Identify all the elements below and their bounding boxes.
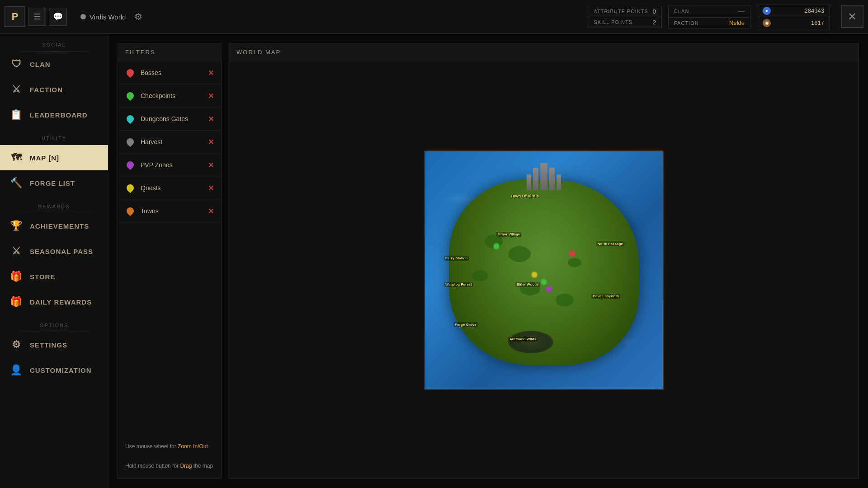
currency2-amount: 1617 (811, 19, 824, 26)
sidebar-item-map[interactable]: 🗺 MAP [N] (0, 145, 108, 170)
quests-close-icon[interactable]: ✕ (208, 184, 214, 192)
settings-icon: ⚙ (9, 338, 24, 352)
pvp-pin-icon (125, 160, 135, 170)
attribute-points-value: 0 (653, 8, 656, 15)
customization-label: CUSTOMIZATION (30, 366, 92, 374)
map-icon: 🗺 (9, 150, 24, 165)
sidebar-item-forge[interactable]: 🔨 FORGE LIST (0, 170, 108, 196)
sidebar-item-achievements[interactable]: 🏆 ACHIEVEMENTS (0, 213, 108, 239)
store-label: STORE (30, 273, 55, 281)
map-pin-checkpoint2[interactable] (541, 279, 547, 285)
ferry-station-label: Ferry Station (444, 256, 469, 261)
harvest-close-icon[interactable]: ✕ (208, 138, 214, 146)
sidebar-item-customization[interactable]: 👤 CUSTOMIZATION (0, 357, 108, 383)
cave-labyrinth-label: Cave Labyrinth (591, 294, 620, 299)
store-icon: 🎁 (9, 269, 24, 284)
rewards-section-label: REWARDS (0, 196, 108, 213)
settings-gear-icon[interactable]: ⚙ (130, 9, 146, 25)
clan-label: CLAN (674, 9, 733, 14)
currency2-row: ◉ 1617 (757, 17, 830, 29)
world-name: Virdis World (90, 13, 126, 21)
utility-section-label: UTILITY (0, 127, 108, 145)
filter-bosses[interactable]: Bosses ✕ (118, 61, 221, 84)
towns-pin-icon (125, 206, 135, 216)
sidebar-item-seasonal[interactable]: ⚔ SEASONAL PASS (0, 239, 108, 264)
leaderboard-label: LEADERBOARD (30, 111, 88, 119)
filter-dungeons[interactable]: Dungeons Gates ✕ (118, 108, 221, 131)
clan-row: CLAN — (669, 5, 750, 18)
harvest-label: Harvest (141, 138, 203, 145)
daily-icon: 🎁 (9, 295, 24, 309)
map-pin-pvp1[interactable] (546, 286, 552, 292)
currency1-icon: ● (763, 7, 771, 15)
checkpoints-close-icon[interactable]: ✕ (208, 92, 214, 100)
faction-icon: ⚔ (9, 82, 24, 97)
pvp-close-icon[interactable]: ✕ (208, 161, 214, 169)
options-section-label: OPTIONS (0, 314, 108, 332)
sidebar-item-daily[interactable]: 🎁 DAILY REWARDS (0, 289, 108, 314)
daily-label: DAILY REWARDS (30, 298, 92, 306)
bosses-label: Bosses (141, 69, 203, 76)
hint2-end: the map (192, 463, 213, 469)
towns-close-icon[interactable]: ✕ (208, 207, 214, 216)
map-container[interactable]: Town Of Virdis Elder Woods Antfound Wild… (229, 61, 859, 479)
tower-center (540, 163, 547, 190)
bosses-close-icon[interactable]: ✕ (208, 69, 214, 77)
map-pin-boss1[interactable] (570, 251, 575, 256)
north-passage-label: North Passage (596, 241, 624, 246)
filter-checkpoints[interactable]: Checkpoints ✕ (118, 84, 221, 108)
pvp-label: PVP Zones (141, 161, 203, 169)
top-bar: P ☰ 💬 Virdis World ⚙ ATTRIBUTE POINTS 0 … (0, 0, 868, 34)
forge-grove-label: Forge Grove (453, 322, 478, 327)
town-virdis-label: Town Of Virdis (510, 194, 539, 198)
filter-pvp[interactable]: PVP Zones ✕ (118, 154, 221, 177)
seasonal-icon: ⚔ (9, 244, 24, 258)
customization-icon: 👤 (9, 363, 24, 377)
hint1-text: Use mouse wheel for (125, 443, 178, 450)
forest5 (568, 258, 581, 267)
skill-points-label: SKILL POINTS (594, 19, 648, 25)
world-status-dot (80, 14, 86, 19)
filter-towns[interactable]: Towns ✕ (118, 200, 221, 223)
map-image[interactable]: Town Of Virdis Elder Woods Antfound Wild… (424, 150, 664, 390)
main-layout: SOCIAL 🛡 CLAN ⚔ FACTION 📋 LEADERBOARD UT… (0, 34, 868, 488)
clan-label: CLAN (30, 61, 51, 68)
sidebar-item-settings[interactable]: ⚙ SETTINGS (0, 332, 108, 357)
dungeons-pin-icon (125, 114, 135, 124)
map-pin-checkpoint1[interactable] (494, 244, 499, 249)
close-icon: ✕ (848, 10, 857, 23)
map-label: MAP [N] (30, 154, 59, 162)
close-button[interactable]: ✕ (841, 5, 863, 28)
sidebar-item-clan[interactable]: 🛡 CLAN (0, 52, 108, 77)
faction-label: FACTION (30, 86, 63, 94)
antfound-wilds-label: Antfound Wilds (508, 337, 538, 342)
sidebar-item-leaderboard[interactable]: 📋 LEADERBOARD (0, 102, 108, 127)
tower-center-right (549, 168, 555, 190)
sidebar-item-faction[interactable]: ⚔ FACTION (0, 77, 108, 102)
hint2-text: Hold mouse button for (125, 463, 180, 469)
bosses-pin-icon (125, 68, 135, 78)
map-pin-quest1[interactable] (532, 272, 537, 277)
chat-icon[interactable]: 💬 (49, 8, 67, 26)
stat-group-points: ATTRIBUTE POINTS 0 SKILL POINTS 2 (588, 6, 662, 28)
clan-icon: 🛡 (9, 57, 24, 71)
content-area: FILTERS Bosses ✕ Checkpoints ✕ Dung (108, 34, 868, 488)
tower-left (527, 174, 531, 190)
sidebar-item-store[interactable]: 🎁 STORE (0, 264, 108, 289)
settings-label: SETTINGS (30, 341, 67, 349)
elder-woods-label: Elder Woods (515, 282, 540, 287)
forge-label: FORGE LIST (30, 179, 75, 187)
filter-quests[interactable]: Quests ✕ (118, 177, 221, 200)
zoom-highlight: Zoom In/Out (178, 443, 208, 450)
quests-label: Quests (141, 184, 203, 192)
world-indicator: Virdis World (80, 13, 126, 21)
dungeons-close-icon[interactable]: ✕ (208, 115, 214, 123)
checkpoints-label: Checkpoints (141, 92, 203, 99)
mountains (508, 331, 553, 353)
filter-harvest[interactable]: Harvest ✕ (118, 131, 221, 154)
attribute-points-label: ATTRIBUTE POINTS (594, 9, 648, 14)
drag-highlight: Drag (180, 463, 192, 469)
skill-points-row: SKILL POINTS 2 (588, 17, 661, 28)
menu-icon[interactable]: ☰ (28, 8, 46, 26)
clan-faction-group: CLAN — FACTION Nelde (668, 5, 750, 28)
